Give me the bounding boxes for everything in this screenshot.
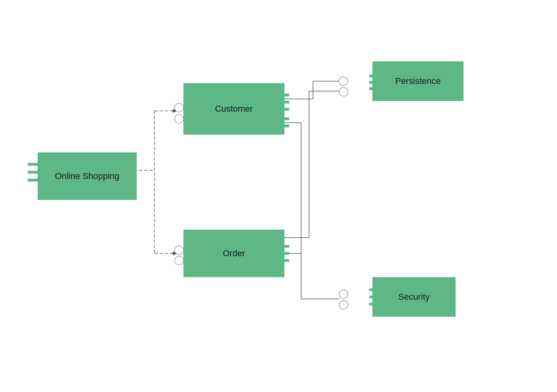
customer-label: Customer <box>207 100 261 118</box>
online-shopping-label: Online Shopping <box>47 167 128 185</box>
svg-point-16 <box>339 77 348 86</box>
svg-point-21 <box>175 114 183 123</box>
order-label: Order <box>215 244 253 263</box>
svg-point-19 <box>339 301 348 309</box>
svg-marker-5 <box>173 251 177 255</box>
svg-point-20 <box>175 103 183 112</box>
svg-point-17 <box>339 88 348 96</box>
order-component[interactable]: Order <box>183 230 284 277</box>
customer-component[interactable]: Customer <box>183 83 284 135</box>
svg-point-18 <box>339 290 348 299</box>
persistence-component[interactable]: Persistence <box>372 61 464 101</box>
svg-point-22 <box>175 246 183 255</box>
online-shopping-component[interactable]: Online Shopping <box>38 152 137 200</box>
svg-marker-3 <box>173 109 177 113</box>
persistence-label: Persistence <box>387 72 449 90</box>
security-label: Security <box>390 288 437 306</box>
diagram-canvas: Online Shopping Customer Order Persisten… <box>0 0 557 392</box>
security-component[interactable]: Security <box>372 277 456 317</box>
svg-point-23 <box>175 256 183 265</box>
